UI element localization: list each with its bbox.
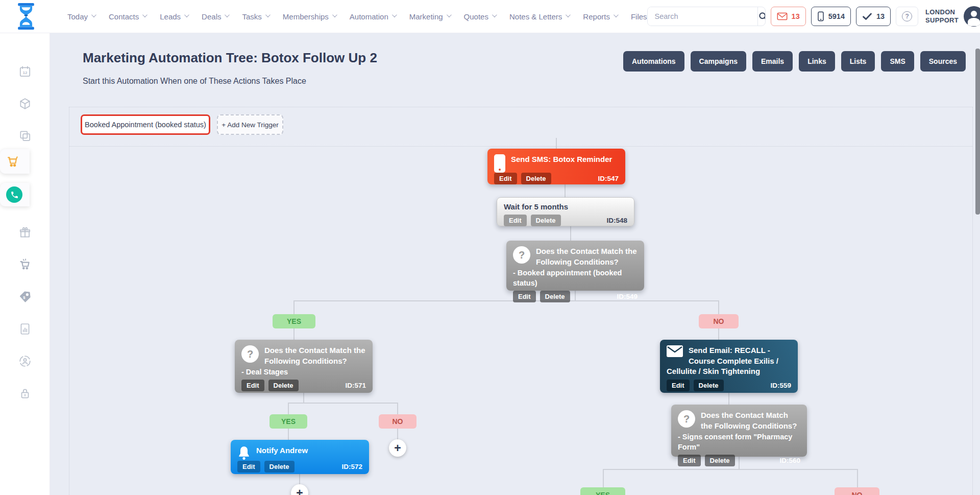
nav-label: Files (631, 12, 647, 21)
floating-call-button[interactable] (0, 183, 30, 206)
emails-button[interactable]: Emails (752, 51, 793, 72)
connector (303, 393, 304, 404)
bell-icon (237, 445, 251, 461)
phone-count: 5914 (828, 12, 845, 20)
connector (299, 474, 300, 485)
nav-label: Contacts (109, 12, 139, 21)
lists-button[interactable]: Lists (841, 51, 875, 72)
account-icon[interactable] (17, 353, 33, 369)
no-label: NO (379, 414, 416, 429)
nav-label: Tasks (242, 12, 261, 21)
no-label: NO (835, 487, 879, 495)
calendar-icon[interactable]: 12 (17, 64, 33, 79)
yes-label: YES (580, 487, 625, 495)
automations-button[interactable]: Automations (623, 51, 684, 72)
delete-button[interactable]: Delete (540, 291, 570, 302)
nav-label: Notes & Letters (509, 12, 562, 21)
lock-icon[interactable] (17, 386, 33, 401)
connector (857, 469, 858, 487)
connector (288, 403, 398, 404)
nav-label: Automation (350, 12, 388, 21)
nav-deals[interactable]: Deals (202, 12, 228, 21)
connector (603, 469, 604, 487)
node-send-sms: Send SMS: Botox Reminder Edit Delete ID:… (487, 149, 625, 184)
mail-badge[interactable]: 13 (771, 7, 806, 26)
copy-icon[interactable] (17, 128, 33, 144)
connector (397, 403, 398, 414)
delete-button[interactable]: Delete (694, 380, 724, 391)
question-mark-icon: ? (513, 246, 530, 264)
floating-cart-button[interactable] (0, 149, 30, 174)
node-id: ID:572 (341, 463, 362, 470)
edit-button[interactable]: Edit (504, 215, 527, 226)
app-logo[interactable] (14, 3, 38, 30)
nav-today[interactable]: Today (67, 12, 95, 21)
nav-memberships[interactable]: Memberships (283, 12, 336, 21)
help-button[interactable]: ? (896, 7, 918, 26)
delete-button[interactable]: Delete (531, 215, 561, 226)
node-id: ID:547 (598, 175, 619, 182)
add-new-trigger-button[interactable]: + Add New Trigger (217, 114, 283, 135)
delete-button[interactable]: Delete (521, 173, 551, 184)
nav-marketing[interactable]: Marketing (409, 12, 450, 21)
node-title: Wait for 5 months (504, 202, 627, 213)
tasks-count: 13 (876, 12, 885, 20)
nav-notes-letters[interactable]: Notes & Letters (509, 12, 569, 21)
nav-files[interactable]: Files (631, 12, 647, 21)
search-button[interactable] (757, 7, 766, 26)
report-icon[interactable] (17, 321, 33, 337)
page-subtitle: Start this Automation When one of These … (83, 77, 306, 86)
sidebar: 12 $ (0, 33, 50, 495)
chevron-down-icon (184, 12, 189, 17)
edit-button[interactable]: Edit (667, 380, 690, 391)
delete-button[interactable]: Delete (705, 455, 735, 466)
price-tag-icon[interactable]: $ (17, 289, 33, 304)
node-notify: Notify Andrew Edit Delete ID:572 (231, 440, 369, 474)
campaigns-button[interactable]: Campaigns (691, 51, 746, 72)
vertical-scrollbar-thumb[interactable] (975, 49, 980, 215)
sources-button[interactable]: Sources (920, 51, 966, 72)
user-name-line2: SUPPORT (925, 16, 959, 25)
node-id: ID:549 (617, 293, 638, 300)
user-name-line1: LONDON (925, 8, 959, 16)
node-wait: Wait for 5 months Edit Delete ID:548 (497, 197, 634, 226)
edit-button[interactable]: Edit (241, 380, 264, 391)
chevron-down-icon (142, 12, 148, 17)
nav-label: Reports (583, 12, 610, 21)
no-label: NO (699, 314, 739, 328)
phone-badge[interactable]: 5914 (811, 7, 851, 26)
chevron-down-icon (492, 12, 497, 17)
nav-leads[interactable]: Leads (160, 12, 188, 21)
nav-label: Quotes (464, 12, 488, 21)
search-input[interactable] (648, 7, 757, 26)
chevron-down-icon (614, 12, 619, 17)
call-icon (6, 186, 22, 203)
chevron-down-icon (332, 12, 337, 17)
edit-button[interactable]: Edit (678, 455, 701, 466)
add-node-button[interactable]: + (389, 439, 406, 457)
delete-button[interactable]: Delete (268, 380, 299, 391)
nav-automation[interactable]: Automation (350, 12, 396, 21)
tasks-badge[interactable]: 13 (856, 7, 891, 26)
svg-text:12: 12 (22, 70, 28, 75)
links-button[interactable]: Links (799, 51, 835, 72)
delete-button[interactable]: Delete (264, 461, 295, 473)
node-title: Send SMS: Botox Reminder (494, 154, 619, 165)
cart-icon[interactable] (17, 257, 33, 272)
nav-contacts[interactable]: Contacts (109, 12, 146, 21)
trigger-chip[interactable]: Booked Appointment (booked status) (81, 114, 210, 135)
user-avatar[interactable] (964, 6, 980, 27)
chevron-down-icon (91, 12, 96, 17)
phone-icon (817, 11, 824, 21)
edit-button[interactable]: Edit (494, 173, 517, 184)
sms-button[interactable]: SMS (881, 51, 914, 72)
nav-tasks[interactable]: Tasks (242, 12, 268, 21)
edit-button[interactable]: Edit (237, 461, 260, 473)
connector (718, 328, 719, 340)
package-icon[interactable] (17, 96, 33, 111)
edit-button[interactable]: Edit (513, 291, 536, 302)
gift-icon[interactable] (17, 225, 33, 240)
mail-icon (777, 12, 788, 20)
nav-reports[interactable]: Reports (583, 12, 617, 21)
nav-quotes[interactable]: Quotes (464, 12, 496, 21)
